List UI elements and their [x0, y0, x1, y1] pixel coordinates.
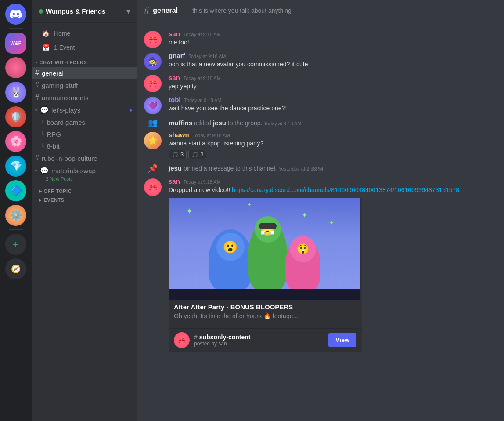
message-group-tobi: 💜 tobi Today at 9:18 AM wait have you se…	[137, 94, 504, 116]
channel-gaming-stuff[interactable]: # gaming-stuff	[32, 79, 137, 91]
embed-footer-info: # subsonly-content posted by san	[194, 334, 324, 347]
server-icon-green[interactable]: 🔷	[5, 180, 26, 201]
sparkle-icon: ✦	[128, 107, 133, 114]
online-dot	[39, 9, 43, 14]
username-muffins[interactable]: muffins	[169, 119, 192, 127]
channel-name-materials: materials-swap	[51, 167, 96, 174]
username-jesu-pin[interactable]: jesu	[169, 164, 182, 172]
video-link[interactable]: https://canary.discord.com/channels/8146…	[232, 186, 459, 193]
username-san-1[interactable]: san	[169, 30, 180, 37]
system-rest: to the group.	[228, 120, 264, 127]
channel-header: # general this is where you talk about a…	[137, 0, 504, 21]
username-san-2[interactable]: san	[169, 74, 180, 81]
timestamp-gnarf: Today at 9:18 AM	[189, 54, 226, 59]
event-label: 1 Event	[54, 44, 75, 51]
event-nav[interactable]: 📅 1 Event	[35, 40, 133, 54]
message-text-san-1: me too!	[169, 38, 497, 47]
subchannel-rpg[interactable]: └ RPG	[32, 128, 137, 140]
section-chat-with-folks[interactable]: ▾ CHAT WITH FOLKS	[32, 58, 137, 67]
username-tobi[interactable]: tobi	[169, 96, 181, 103]
channel-materials-swap[interactable]: ▾ 💬 materials-swap	[32, 164, 137, 177]
message-group-san-2: 🎀 san Today at 9:18 AM yep yep ty	[137, 72, 504, 94]
system-action: added	[194, 120, 213, 127]
channel-sidebar: Wumpus & Friends ▾ 🏠 Home 📅 1 Event ▾ CH…	[32, 0, 137, 421]
embed-info: After After Party - BONUS BLOOPERS Oh ye…	[169, 300, 362, 325]
pin-icon: 📌	[148, 163, 158, 173]
home-nav[interactable]: 🏠 Home	[35, 26, 133, 40]
explore-servers-button[interactable]: 🧭	[5, 258, 26, 279]
message-header-san-1: san Today at 9:18 AM	[169, 30, 497, 37]
server-header[interactable]: Wumpus & Friends ▾	[32, 0, 137, 23]
forum-icon-materials: 💬	[40, 167, 49, 175]
username-san-video[interactable]: san	[169, 178, 180, 185]
system-icon-added: 👥	[144, 118, 162, 127]
channel-general[interactable]: # general	[32, 67, 137, 79]
view-button[interactable]: View	[328, 333, 356, 347]
section-label-off-topic: OFF-TOPIC	[44, 189, 72, 194]
server-icon-bunny[interactable]: 🐰	[5, 82, 26, 103]
message-text-tobi: wait have you see the dance practice one…	[169, 104, 497, 113]
char-green: 😤	[248, 221, 288, 291]
embed-posted-by: posted by san	[194, 341, 324, 347]
message-header-shawn: shawn Today at 9:18 AM	[169, 131, 497, 138]
reaction-emoji-2: 🎵	[191, 151, 198, 158]
server-icon-gold[interactable]: ⚙️	[5, 205, 26, 226]
avatar-shawn: 🌟	[144, 132, 162, 149]
messages-area: 🎀 san Today at 9:18 AM me too! 🧙 gnarf T…	[137, 21, 504, 421]
avatar-tobi: 💜	[144, 97, 162, 114]
channel-header-name: general	[153, 7, 178, 15]
message-text-san-2: yep yep ty	[169, 82, 497, 91]
message-text-shawn: wanna start a kpop listening party?	[169, 139, 497, 148]
subchannel-line-8bit: └	[40, 143, 44, 149]
reaction-2[interactable]: 🎵 3	[188, 150, 206, 159]
video-text-before: Dropped a new video!!	[169, 186, 232, 193]
sparkle-3: ✦	[302, 211, 307, 219]
discord-home-button[interactable]	[5, 4, 26, 25]
subchannel-board-games[interactable]: └ board games	[32, 116, 137, 128]
message-group-san-video: 🎀 san Today at 9:18 AM Dropped a new vid…	[137, 176, 504, 354]
forum-caret-materials: ▾	[35, 169, 37, 173]
cartoon-characters: 😮 😤 😲	[209, 221, 320, 300]
add-server-button[interactable]: +	[5, 234, 26, 255]
reaction-emoji-1: 🎵	[172, 151, 179, 158]
channel-name-letsplays: let's-plays	[51, 106, 80, 114]
subchannel-name-board-games: board games	[47, 119, 86, 126]
channel-lets-plays[interactable]: ▾ 💬 let's-plays ✦	[32, 104, 137, 116]
server-icon-purple[interactable]: 🌸	[5, 131, 26, 152]
add-person-icon: 👥	[148, 118, 158, 127]
message-content-san-2: san Today at 9:18 AM yep yep ty	[169, 74, 497, 92]
channel-name-gaming: gaming-stuff	[42, 82, 78, 89]
server-name: Wumpus & Friends	[46, 7, 105, 15]
section-events[interactable]: ▶ EVENTS	[35, 196, 133, 204]
header-divider	[185, 5, 185, 16]
reaction-count-1: 3	[180, 151, 184, 158]
server-icon-teal[interactable]: 💎	[5, 156, 26, 177]
server-icon-wumpus[interactable]: W&F	[5, 33, 26, 54]
section-off-topic[interactable]: ▶ OFF-TOPIC	[35, 187, 133, 196]
couch-base	[169, 289, 360, 300]
message-group-san-1: 🎀 san Today at 9:18 AM me too!	[137, 28, 504, 50]
channel-name-general: general	[42, 69, 64, 77]
server-icon-red[interactable]: 🛡️	[5, 106, 26, 127]
channel-topic: this is where you talk about anything	[192, 7, 292, 14]
reaction-1[interactable]: 🎵 3	[169, 150, 187, 159]
main-content: # general this is where you talk about a…	[137, 0, 504, 421]
username-gnarf[interactable]: gnarf	[169, 52, 185, 59]
timestamp-san-1: Today at 9:18 AM	[184, 32, 221, 37]
pin-icon-container: 📌	[144, 163, 162, 173]
video-thumbnail[interactable]: ✦ ✦ ✦ ✦ 😮	[169, 198, 360, 300]
username-jesu[interactable]: jesu	[213, 119, 226, 127]
section-caret-off: ▶	[39, 189, 42, 193]
subchannel-8bit[interactable]: └ 8-bit	[32, 140, 137, 152]
pin-timestamp: Yesterday at 2:38PM	[278, 166, 323, 171]
username-shawn[interactable]: shawn	[169, 131, 189, 138]
channel-announcements[interactable]: # announcements	[32, 91, 137, 104]
server-icon-pink[interactable]	[5, 57, 26, 78]
timestamp-san-2: Today at 9:18 AM	[184, 76, 221, 81]
timestamp-tobi: Today at 9:18 AM	[184, 98, 222, 103]
avatar-san-video: 🎀	[144, 178, 162, 196]
home-label: Home	[54, 30, 70, 37]
embed-desc: Oh yeah! Its time the after hours 🔥 foot…	[174, 312, 356, 319]
system-message-text: muffins added jesu to the group. Today a…	[169, 119, 301, 127]
channel-rube[interactable]: # rube-in-pop-culture	[32, 152, 137, 164]
